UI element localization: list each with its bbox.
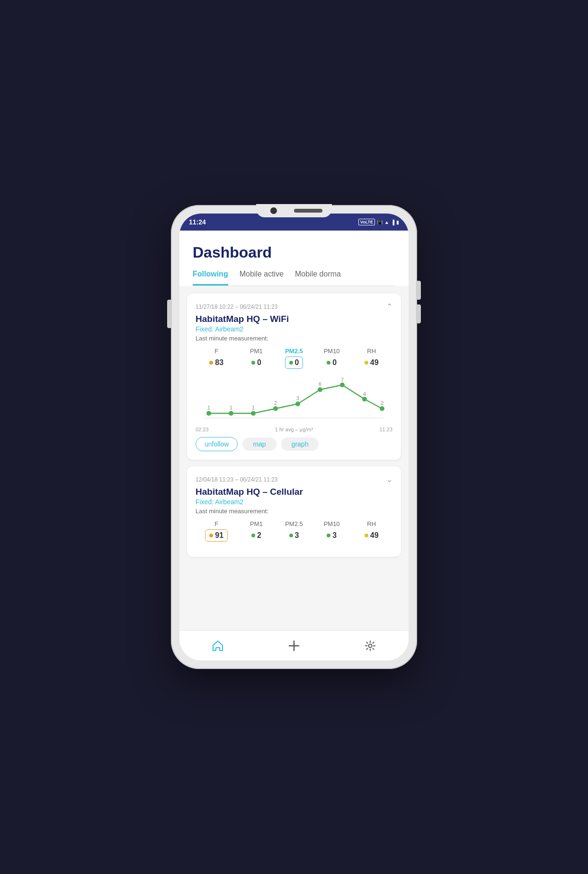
tab-mobile-active[interactable]: Mobile active bbox=[240, 270, 284, 285]
measurement-F[interactable]: F 83 bbox=[205, 348, 228, 369]
map-button[interactable]: map bbox=[242, 437, 276, 451]
measurement-PM25[interactable]: PM2.5 0 bbox=[285, 348, 303, 369]
chart-dot-0 bbox=[206, 411, 211, 416]
measure-value-PM10: 0 bbox=[322, 357, 341, 369]
card2-measurement-label: Last minute measurement: bbox=[196, 508, 392, 515]
measure-label-PM1: PM1 bbox=[250, 348, 263, 355]
graph-button[interactable]: graph bbox=[281, 437, 319, 451]
volume-up-button bbox=[417, 281, 421, 300]
measure-label-PM25: PM2.5 bbox=[285, 348, 303, 355]
chart-dot-2 bbox=[251, 411, 256, 416]
tab-mobile-dorma[interactable]: Mobile dorma bbox=[295, 270, 341, 285]
dot-PM25 bbox=[289, 361, 293, 365]
volume-down-button bbox=[417, 304, 421, 323]
camera-dot bbox=[270, 207, 277, 214]
measurement-PM1[interactable]: PM1 0 bbox=[247, 348, 266, 369]
card2-date: 12/04/18 11:23 – 06/24/21 11:23 bbox=[196, 476, 278, 483]
dot2-PM25 bbox=[289, 534, 293, 537]
card2-subtitle: Fixed: Airbeam2 bbox=[196, 498, 392, 506]
dot2-RH bbox=[365, 534, 368, 537]
value2-RH: 49 bbox=[370, 531, 379, 540]
measure-value-RH: 49 bbox=[360, 357, 383, 369]
card1-subtitle: Fixed: Airbeam2 bbox=[196, 325, 392, 333]
svg-text:1: 1 bbox=[252, 405, 255, 410]
power-button bbox=[167, 300, 171, 328]
status-icons: VoLTE 📳 ▲ ▐ ▮ bbox=[358, 219, 399, 225]
card2-title: HabitatMap HQ – Cellular bbox=[196, 487, 392, 497]
bottom-nav bbox=[179, 630, 409, 660]
measure-label-PM10: PM10 bbox=[324, 348, 340, 355]
chart-time-row: 02:23 1 hr avg – μg/m³ 11:23 bbox=[196, 427, 392, 432]
chart-dot-6 bbox=[340, 383, 345, 387]
speaker bbox=[294, 209, 322, 213]
unfollow-button[interactable]: unfollow bbox=[196, 437, 238, 451]
measurement2-PM25[interactable]: PM2.5 3 bbox=[285, 520, 303, 542]
phone-screen: 11:24 VoLTE 📳 ▲ ▐ ▮ Dashboard Following … bbox=[179, 214, 409, 660]
tab-bar: Following Mobile active Mobile dorma bbox=[193, 270, 395, 286]
measure2-value-PM25: 3 bbox=[285, 529, 303, 542]
chart-dot-7 bbox=[362, 397, 367, 401]
svg-text:3: 3 bbox=[296, 395, 299, 401]
nav-add[interactable] bbox=[278, 637, 310, 654]
chart-dot-3 bbox=[273, 406, 278, 411]
measure2-label-F: F bbox=[214, 520, 218, 527]
measurement-PM10[interactable]: PM10 0 bbox=[322, 348, 341, 369]
measurement2-RH[interactable]: RH 49 bbox=[360, 520, 383, 542]
nav-home[interactable] bbox=[202, 637, 234, 654]
measurement2-PM1[interactable]: PM1 2 bbox=[247, 520, 266, 542]
card1-measurements: F 83 PM1 0 bbox=[196, 348, 392, 369]
measure2-label-RH: RH bbox=[367, 520, 376, 527]
svg-text:2: 2 bbox=[274, 400, 277, 406]
chart-dot-1 bbox=[229, 411, 233, 416]
card1-chevron-up[interactable]: ⌃ bbox=[386, 302, 392, 311]
value-RH: 49 bbox=[370, 358, 379, 367]
measure2-value-PM10: 3 bbox=[322, 529, 341, 542]
measure2-value-PM1: 2 bbox=[247, 529, 266, 542]
value-PM1: 0 bbox=[257, 358, 261, 367]
measure-label-RH: RH bbox=[367, 348, 376, 355]
dot2-PM10 bbox=[327, 534, 330, 537]
card1-title: HabitatMap HQ – WiFi bbox=[196, 314, 392, 324]
session-card-2: 12/04/18 11:23 – 06/24/21 11:23 ⌄ Habita… bbox=[187, 466, 401, 557]
svg-text:4: 4 bbox=[363, 391, 366, 397]
app-content: Dashboard Following Mobile active Mobile… bbox=[179, 231, 409, 630]
volte-badge: VoLTE bbox=[358, 219, 375, 225]
dot-F bbox=[209, 361, 213, 365]
svg-text:1: 1 bbox=[230, 405, 232, 410]
measure2-label-PM25: PM2.5 bbox=[285, 520, 303, 527]
card1-date: 11/27/18 10:22 – 06/24/21 11:23 bbox=[196, 303, 278, 310]
svg-text:7: 7 bbox=[341, 377, 344, 383]
phone-frame: 11:24 VoLTE 📳 ▲ ▐ ▮ Dashboard Following … bbox=[171, 205, 417, 669]
card2-measurements: F 91 PM1 2 bbox=[196, 520, 392, 542]
svg-text:1: 1 bbox=[207, 405, 210, 410]
card1-chart: 1 1 1 2 3 6 7 4 2 02:23 1 hr avg – bbox=[196, 375, 392, 432]
tab-following[interactable]: Following bbox=[193, 270, 228, 285]
card1-actions: unfollow map graph bbox=[196, 437, 392, 451]
value2-PM1: 2 bbox=[257, 531, 261, 540]
measurement-RH[interactable]: RH 49 bbox=[360, 348, 383, 369]
dot2-F bbox=[209, 534, 213, 537]
measurement2-PM10[interactable]: PM10 3 bbox=[322, 520, 341, 542]
value-PM10: 0 bbox=[332, 358, 337, 367]
wifi-icon: ▲ bbox=[384, 220, 389, 225]
measure2-value-RH: 49 bbox=[360, 529, 383, 542]
card2-chevron-down[interactable]: ⌄ bbox=[386, 475, 392, 484]
value2-F: 91 bbox=[215, 531, 223, 540]
chart-unit-label: 1 hr avg – μg/m³ bbox=[209, 427, 380, 432]
battery-icon: ▮ bbox=[396, 220, 399, 225]
svg-point-12 bbox=[369, 644, 372, 647]
dot2-PM1 bbox=[251, 534, 255, 537]
measure2-value-F: 91 bbox=[205, 529, 228, 542]
chart-dot-5 bbox=[318, 387, 322, 392]
svg-text:6: 6 bbox=[319, 381, 321, 387]
home-icon bbox=[211, 639, 224, 652]
page-title: Dashboard bbox=[193, 244, 395, 261]
cards-container: 11/27/18 10:22 – 06/24/21 11:23 ⌃ Habita… bbox=[179, 286, 409, 564]
chart-dot-8 bbox=[380, 406, 384, 411]
chart-time-end: 11:23 bbox=[379, 427, 392, 432]
measure-label-F: F bbox=[214, 348, 218, 355]
signal-icon: ▐ bbox=[391, 220, 394, 225]
nav-settings[interactable] bbox=[354, 637, 386, 654]
measurement2-F[interactable]: F 91 bbox=[205, 520, 228, 542]
chart-time-start: 02:23 bbox=[196, 427, 209, 432]
